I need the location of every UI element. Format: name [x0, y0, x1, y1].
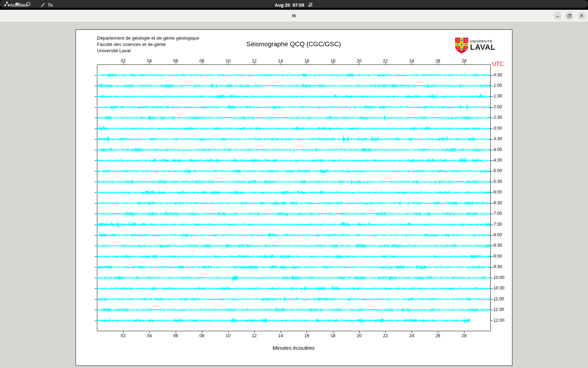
x-tick-label-top: 10: [221, 59, 235, 63]
utc-time-label: 2:30: [493, 115, 502, 120]
utc-time-label: 9:30: [493, 264, 502, 269]
x-axis-title: Minutes écoulées: [224, 345, 364, 351]
notifications-disabled-bell-icon: [308, 2, 313, 8]
app-menu-label: Tk: [48, 2, 52, 8]
utc-time-label: 7:30: [493, 222, 502, 227]
window-title: tk: [0, 10, 588, 22]
x-tick-label-top: 28: [457, 59, 471, 63]
utc-time-label: 5:30: [493, 179, 502, 184]
x-tick-label-bottom: 22: [378, 333, 392, 338]
gnome-top-bar: Activities Tk Aug 25 07:59: [0, 0, 588, 10]
close-button[interactable]: [578, 12, 586, 20]
desktop: Activities Tk Aug 25 07:59: [0, 0, 588, 368]
x-tick-label-top: 20: [352, 59, 366, 63]
utc-time-label: 2:00: [493, 104, 502, 109]
utc-time-label: 10:30: [493, 286, 504, 291]
utc-time-label: 3:00: [493, 126, 502, 131]
clock-date: Aug 25: [275, 2, 290, 8]
utc-time-label: 4:00: [493, 147, 502, 152]
seismograph-canvas-area: Département de géologie et de génie géol…: [76, 29, 512, 366]
utc-time-label: 0:30: [493, 73, 502, 77]
utc-time-label: 11:00: [493, 297, 504, 301]
x-tick-label-bottom: 08: [195, 333, 209, 338]
x-tick-label-top: 12: [247, 59, 261, 63]
utc-axis-label: UTC: [492, 61, 504, 67]
network-icon: [4, 1, 10, 7]
x-tick-label-bottom: 10: [221, 333, 235, 338]
x-tick-label-top: 18: [326, 59, 340, 63]
plot-title: Séismographe QCQ (CGC/GSC): [202, 40, 385, 48]
clock-button[interactable]: Aug 25 07:59: [275, 0, 313, 10]
x-tick-label-bottom: 16: [300, 333, 314, 338]
x-tick-label-bottom: 18: [326, 333, 340, 338]
window-titlebar[interactable]: tk: [0, 10, 588, 22]
x-tick-label-bottom: 06: [169, 333, 183, 338]
x-tick-label-bottom: 24: [405, 333, 419, 338]
x-tick-label-top: 08: [195, 59, 209, 63]
utc-time-label: 8:00: [493, 232, 502, 237]
activities-button[interactable]: Activities: [10, 0, 28, 10]
clock-time: 07:59: [293, 2, 304, 8]
activities-label: Activities: [10, 2, 28, 8]
utc-time-label: 10:00: [493, 275, 504, 280]
x-tick-label-top: 24: [405, 59, 419, 63]
x-tick-label-top: 04: [142, 59, 156, 63]
x-tick-label-top: 16: [300, 59, 314, 63]
institution-line-3: Université Laval: [97, 48, 131, 53]
institution-line-1: Département de géologie et de génie géol…: [97, 35, 199, 41]
x-tick-label-bottom: 20: [352, 333, 366, 338]
tk-window-body: Département de géologie et de génie géol…: [0, 22, 588, 368]
tk-feather-icon: [40, 2, 46, 8]
utc-time-label: 9:00: [493, 254, 502, 259]
x-tick-label-bottom: 04: [142, 333, 156, 338]
x-tick-label-bottom: 02: [116, 333, 130, 338]
universite-laval-logo: UNIVERSITÉ LAVAL: [455, 38, 514, 54]
seismogram-plot: [76, 30, 512, 366]
logo-laval-text: LAVAL: [470, 43, 496, 52]
institution-line-2: Faculté des sciences et de génie: [97, 42, 166, 47]
app-menu-button[interactable]: Tk: [40, 0, 52, 10]
x-tick-label-top: 14: [274, 59, 288, 63]
utc-time-label: 1:30: [493, 94, 502, 98]
maximize-restore-button[interactable]: [565, 12, 574, 20]
utc-time-label: 1:00: [493, 83, 502, 88]
minimize-button[interactable]: [553, 12, 562, 20]
x-tick-label-top: 22: [378, 59, 392, 63]
laval-shield-icon: [455, 38, 468, 54]
utc-time-label: 6:00: [493, 190, 502, 195]
utc-time-label: 4:30: [493, 158, 502, 163]
x-tick-label-top: 06: [169, 59, 183, 63]
utc-time-label: 6:30: [493, 200, 502, 205]
utc-time-label: 3:30: [493, 136, 502, 141]
x-tick-label-bottom: 14: [274, 333, 288, 338]
utc-time-label: 8:30: [493, 243, 502, 248]
utc-time-label: 5:00: [493, 168, 502, 173]
x-tick-label-top: 02: [116, 59, 130, 63]
utc-time-label: 12:00: [493, 318, 504, 323]
x-tick-label-bottom: 12: [247, 333, 261, 338]
x-tick-label-top: 26: [431, 59, 445, 63]
x-tick-label-bottom: 28: [457, 333, 471, 338]
x-tick-label-bottom: 26: [431, 333, 445, 338]
utc-time-label: 7:00: [493, 211, 502, 216]
utc-time-label: 11:30: [493, 307, 504, 312]
